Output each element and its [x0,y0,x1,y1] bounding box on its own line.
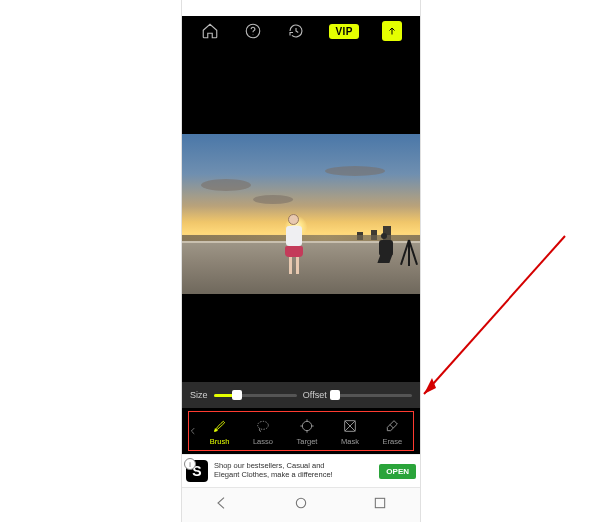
ad-info-icon[interactable]: i [184,458,196,470]
svg-rect-6 [376,498,385,507]
home-icon[interactable] [200,21,220,41]
tool-label: Lasso [253,437,273,446]
tool-lasso[interactable]: Lasso [253,417,273,446]
mask-icon [341,417,359,435]
subject-girl [282,214,306,272]
svg-marker-8 [424,378,436,394]
editor-canvas[interactable] [182,46,420,382]
ad-text: Shop our bestsellers, Casual andElegant … [214,462,373,479]
brush-icon [211,417,229,435]
help-icon[interactable] [243,21,263,41]
edited-photo [182,134,420,294]
tool-label: Erase [383,437,403,446]
subject-photographer [379,233,401,265]
lasso-icon [254,417,272,435]
phone-frame: VIP [181,0,421,522]
export-icon [386,25,398,37]
tool-mask[interactable]: Mask [341,417,359,446]
tool-label: Mask [341,437,359,446]
tool-target[interactable]: Target [297,417,318,446]
ad-banner[interactable]: i S Shop our bestsellers, Casual andEleg… [182,454,420,487]
offset-label: Offset [303,390,327,400]
tool-label: Brush [210,437,230,446]
ad-open-button[interactable]: OPEN [379,464,416,479]
svg-point-2 [258,421,269,429]
svg-line-7 [424,236,565,394]
slider-row: Size Offset [182,382,420,408]
tool-row-container: BrushLassoTargetMaskErase [182,408,420,454]
offset-slider[interactable] [333,388,412,402]
nav-recent[interactable] [372,495,388,515]
tool-label: Target [297,437,318,446]
tool-row: BrushLassoTargetMaskErase [188,411,414,451]
svg-point-3 [302,421,311,430]
ad-app-icon: i S [186,460,208,482]
size-slider[interactable] [214,388,297,402]
tool-erase[interactable]: Erase [383,417,403,446]
export-button[interactable] [382,21,402,41]
chevron-left-icon [188,426,198,436]
android-nav-bar [182,487,420,522]
tool-brush[interactable]: Brush [210,417,230,446]
svg-point-1 [252,34,253,35]
target-icon [298,417,316,435]
history-icon[interactable] [286,21,306,41]
collapse-tools-chevron[interactable] [188,426,198,436]
tripod [408,240,410,266]
status-bar [182,0,420,16]
nav-home[interactable] [293,495,309,515]
top-toolbar: VIP [182,16,420,46]
svg-point-5 [296,498,305,507]
erase-icon [383,417,401,435]
vip-badge[interactable]: VIP [329,24,359,39]
size-label: Size [190,390,208,400]
nav-back[interactable] [214,495,230,515]
